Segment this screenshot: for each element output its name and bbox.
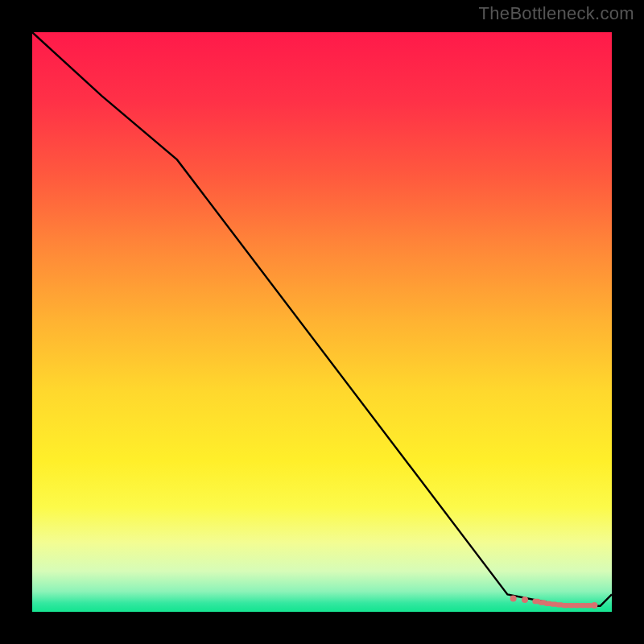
- plot-area: [32, 32, 612, 612]
- gradient-background: [32, 32, 612, 612]
- svg-point-1: [522, 597, 528, 603]
- svg-point-0: [510, 595, 517, 601]
- svg-point-12: [591, 602, 597, 609]
- watermark-text: TheBottleneck.com: [479, 3, 634, 24]
- chart-svg: [32, 32, 612, 612]
- chart-frame: TheBottleneck.com: [0, 0, 644, 644]
